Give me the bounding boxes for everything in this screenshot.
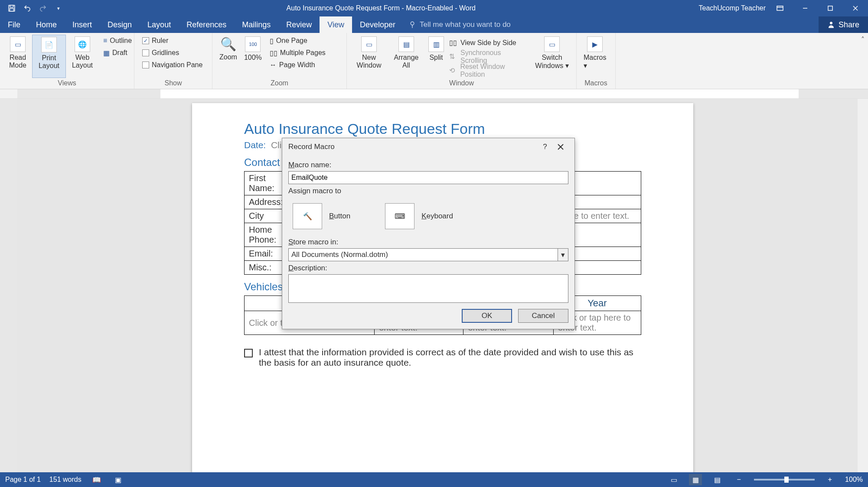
macro-name-input[interactable] xyxy=(288,171,568,184)
collapse-ribbon-icon[interactable]: ˄ xyxy=(861,36,865,44)
attest-checkbox[interactable] xyxy=(244,349,253,357)
window-title: Auto Insurance Quote Request Form - Macr… xyxy=(70,4,692,12)
maximize-button[interactable] xyxy=(818,0,843,16)
svg-point-10 xyxy=(830,22,832,24)
chevron-down-icon[interactable]: ▾ xyxy=(558,249,568,261)
close-button[interactable] xyxy=(843,0,868,16)
arrange-all-button[interactable]: ▤ Arrange All xyxy=(388,35,425,78)
help-icon[interactable]: ? xyxy=(537,139,553,155)
minimize-button[interactable] xyxy=(793,0,818,16)
views-group-label: Views xyxy=(3,79,131,89)
undo-icon[interactable] xyxy=(22,3,33,14)
gridlines-checkbox[interactable]: Gridlines xyxy=(140,47,204,59)
split-button[interactable]: ▥ Split xyxy=(425,35,447,78)
print-layout-view-icon[interactable]: ▦ xyxy=(689,474,702,485)
cancel-button[interactable]: Cancel xyxy=(518,309,568,323)
print-layout-label: Print Layout xyxy=(36,54,62,70)
web-layout-label: Web Layout xyxy=(69,54,95,69)
tab-insert[interactable]: Insert xyxy=(65,16,100,33)
dialog-close-icon[interactable] xyxy=(553,139,568,155)
arrange-all-icon: ▤ xyxy=(398,36,414,52)
assign-button-button[interactable]: 🔨 Button xyxy=(293,203,350,229)
doc-title: Auto Insurance Quote Request Form xyxy=(244,120,641,137)
share-button[interactable]: Share xyxy=(819,16,868,33)
outline-button[interactable]: ≡Outline xyxy=(101,35,134,47)
hammer-icon: 🔨 xyxy=(293,203,322,229)
zoom-group-label: Zoom xyxy=(216,79,343,89)
navigation-pane-checkbox[interactable]: Navigation Pane xyxy=(140,59,204,71)
user-name: TeachUcomp Teacher xyxy=(699,4,766,12)
store-macro-label: Store macro in: xyxy=(288,238,568,247)
tab-review[interactable]: Review xyxy=(278,16,320,33)
zoom-icon: 🔍 xyxy=(220,36,236,52)
web-layout-view-icon[interactable]: ▤ xyxy=(711,474,724,485)
macros-icon: ▶ xyxy=(587,36,603,52)
attest-text: I attest that the information provided i… xyxy=(259,347,641,368)
svg-point-8 xyxy=(411,22,414,25)
page-indicator[interactable]: Page 1 of 1 xyxy=(5,476,41,484)
dialog-title: Record Macro xyxy=(288,143,537,151)
new-window-icon: ▭ xyxy=(361,36,377,52)
share-label: Share xyxy=(839,20,859,29)
vertical-scrollbar[interactable] xyxy=(858,99,868,472)
new-window-button[interactable]: ▭ New Window xyxy=(350,35,388,78)
zoom-100-button[interactable]: 100 100% xyxy=(241,35,265,78)
show-group-label: Show xyxy=(138,79,209,89)
assign-macro-label: Assign macro to xyxy=(288,187,568,195)
tell-me-search[interactable]: Tell me what you want to do xyxy=(408,20,511,29)
macros-button[interactable]: ▶ Macros▾ xyxy=(580,35,610,78)
keyboard-icon: ⌨ xyxy=(385,203,414,229)
switch-windows-button[interactable]: ▭ Switch Windows ▾ xyxy=(531,35,573,78)
print-layout-icon: 📄 xyxy=(41,37,57,52)
tab-mailings[interactable]: Mailings xyxy=(234,16,278,33)
web-layout-button[interactable]: 🌐 Web Layout xyxy=(66,35,99,78)
description-input[interactable] xyxy=(288,274,568,303)
ribbon-display-icon[interactable] xyxy=(774,3,786,14)
zoom-slider[interactable] xyxy=(754,479,815,481)
multiple-pages-button[interactable]: ▯▯Multiple Pages xyxy=(268,47,327,59)
word-count[interactable]: 151 words xyxy=(49,476,82,484)
date-label: Date: xyxy=(244,140,266,150)
assign-keyboard-button[interactable]: ⌨ Keyboard xyxy=(385,203,453,229)
vertical-ruler[interactable] xyxy=(0,99,17,472)
zoom-100-icon: 100 xyxy=(245,36,261,52)
page-width-button[interactable]: ↔Page Width xyxy=(268,59,327,71)
read-mode-icon: ▭ xyxy=(10,36,26,52)
web-layout-icon: 🌐 xyxy=(75,36,90,52)
zoom-out-button[interactable]: − xyxy=(732,474,745,485)
tab-home[interactable]: Home xyxy=(28,16,65,33)
horizontal-ruler[interactable] xyxy=(17,89,868,98)
read-mode-button[interactable]: ▭ Read Mode xyxy=(3,35,32,78)
tab-layout[interactable]: Layout xyxy=(140,16,179,33)
print-layout-button[interactable]: 📄 Print Layout xyxy=(32,35,66,78)
svg-rect-2 xyxy=(10,9,14,11)
tab-file[interactable]: File xyxy=(0,16,28,33)
one-page-button[interactable]: ▯One Page xyxy=(268,35,327,47)
ok-button[interactable]: OK xyxy=(462,309,512,323)
tab-design[interactable]: Design xyxy=(100,16,140,33)
zoom-level[interactable]: 100% xyxy=(845,476,863,484)
macro-recording-icon[interactable]: ▣ xyxy=(112,474,125,485)
tab-references[interactable]: References xyxy=(179,16,234,33)
tab-developer[interactable]: Developer xyxy=(352,16,403,33)
read-mode-label: Read Mode xyxy=(7,54,29,69)
tab-view[interactable]: View xyxy=(320,16,352,33)
redo-icon[interactable] xyxy=(37,3,49,14)
ruler-checkbox[interactable]: ✓Ruler xyxy=(140,35,204,47)
macro-name-label: Macro name: xyxy=(288,161,568,169)
reset-window-position-button: ⟲Reset Window Position xyxy=(449,64,529,77)
read-mode-view-icon[interactable]: ▭ xyxy=(667,474,680,485)
zoom-button[interactable]: 🔍 Zoom xyxy=(216,35,241,78)
switch-windows-icon: ▭ xyxy=(544,36,560,52)
window-group-label: Window xyxy=(350,79,573,89)
view-side-by-side-button[interactable]: ▯▯View Side by Side xyxy=(449,36,529,49)
draft-button[interactable]: ▦Draft xyxy=(101,47,134,59)
save-icon[interactable] xyxy=(6,3,17,14)
record-macro-dialog: Record Macro ? Macro name: Assign macro … xyxy=(282,138,575,329)
zoom-in-button[interactable]: + xyxy=(823,474,836,485)
store-macro-select[interactable]: All Documents (Normal.dotm) ▾ xyxy=(288,248,568,261)
svg-rect-3 xyxy=(777,6,783,10)
svg-rect-1 xyxy=(10,5,13,7)
qat-customize-icon[interactable]: ▾ xyxy=(53,3,64,14)
spellcheck-icon[interactable]: 📖 xyxy=(90,474,103,485)
